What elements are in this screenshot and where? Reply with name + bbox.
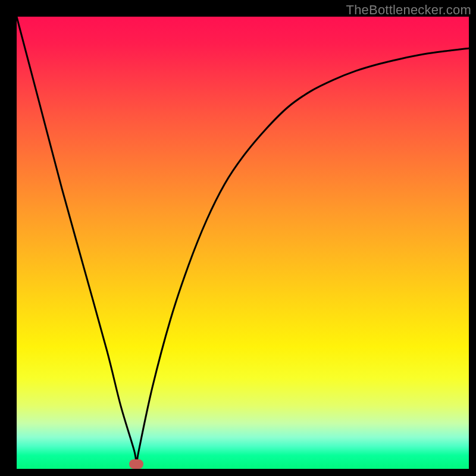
bottleneck-curve	[17, 17, 469, 469]
optimal-point-marker	[129, 459, 143, 469]
plot-area	[17, 17, 469, 469]
attribution-label: TheBottlenecker.com	[346, 2, 471, 18]
chart-frame: TheBottlenecker.com	[0, 0, 476, 476]
